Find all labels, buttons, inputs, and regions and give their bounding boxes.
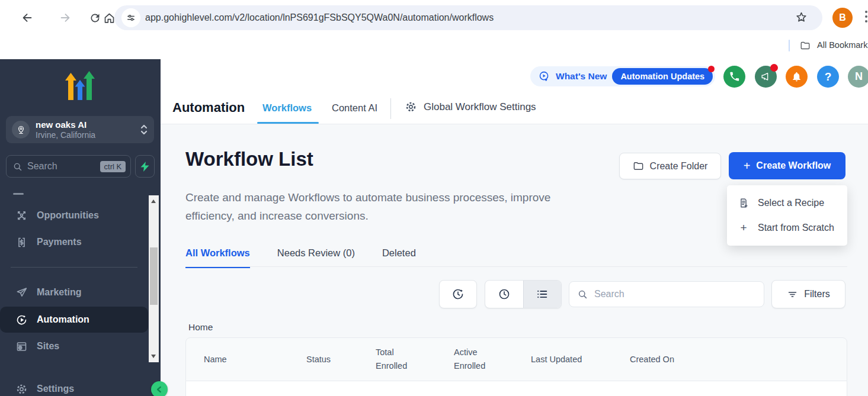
sidebar-item-label: Marketing [37,287,82,298]
browser-forward-icon[interactable] [55,7,76,28]
location-pin-icon [12,121,30,139]
sidebar-collapse-button[interactable] [151,381,168,396]
time-view-toggle[interactable] [485,281,523,308]
header-divider [390,98,391,119]
partial-menu-item [13,193,24,195]
filters-button[interactable]: Filters [771,280,845,308]
scrollbar-down-arrow[interactable] [151,355,156,358]
automation-updates-badge[interactable]: Automation Updates [612,68,713,85]
workflow-search [569,281,764,307]
execution-history-button[interactable] [439,280,477,308]
sidebar-item-settings[interactable]: Settings [0,376,148,396]
menu-item-start-from-scratch[interactable]: + Start from Scratch [727,215,847,240]
create-folder-button[interactable]: Create Folder [619,153,721,179]
tab-needs-review[interactable]: Needs Review (0) [277,247,355,268]
search-icon [577,289,588,300]
marketing-icon [15,286,28,299]
url-text: app.gohighlevel.com/v2/location/lnPS691g… [145,5,494,30]
site-settings-icon[interactable] [121,8,140,27]
tab-workflows[interactable]: Workflows [262,102,312,114]
tab-all-workflows[interactable]: All Workflows [185,247,250,268]
sidebar-item-sites[interactable]: Sites [0,333,148,359]
question-mark-icon: ? [825,70,832,83]
folder-icon [633,160,644,172]
help-button[interactable]: ? [817,66,839,88]
phone-icon [729,71,740,82]
sidebar-scrollbar[interactable] [149,195,159,362]
folder-icon [800,40,811,51]
clock-history-icon [451,288,465,301]
clock-icon [498,288,511,301]
sidebar-search-input[interactable]: Search ctrl K [6,155,131,178]
sidebar-item-label: Opportunities [37,210,99,221]
phone-button[interactable] [723,66,745,88]
create-workflow-menu: Select a Recipe + Start from Scratch [727,185,847,246]
whats-new-pill[interactable]: What's New Automation Updates [530,66,715,86]
table-body [185,381,847,396]
page-title: Automation [172,100,245,115]
column-header-created-on: Created On [630,355,847,364]
browser-toolbar: app.gohighlevel.com/v2/location/lnPS691g… [0,0,868,37]
notification-dot [708,66,715,72]
all-bookmarks-label[interactable]: All Bookmarks [817,40,868,50]
search-shortcut-badge: ctrl K [100,161,126,172]
column-header-total-enrolled: Total Enrolled [376,346,454,373]
filter-lines-icon [787,289,798,300]
list-icon [536,288,549,301]
chevron-left-icon [155,385,164,394]
tab-deleted[interactable]: Deleted [382,247,416,268]
location-switcher[interactable]: new oaks AI Irvine, California [6,116,154,143]
sidebar-item-payments[interactable]: Payments [0,229,148,255]
announcements-button[interactable] [755,66,777,88]
tab-content-ai[interactable]: Content AI [332,102,377,114]
sidebar-item-label: Settings [37,384,74,394]
gear-icon [405,101,417,113]
notification-dot [770,64,778,72]
user-avatar[interactable]: N [848,66,868,88]
active-tab-underline [257,122,319,124]
browser-profile-avatar[interactable]: B [832,8,853,28]
workflow-search-input[interactable] [569,281,764,307]
column-header-name: Name [186,355,306,364]
workflow-table: Name Status Total Enrolled Active Enroll… [185,337,847,396]
url-bar[interactable]: app.gohighlevel.com/v2/location/lnPS691g… [114,5,822,30]
table-header-row: Name Status Total Enrolled Active Enroll… [185,337,847,381]
plus-icon: + [744,160,751,172]
lightning-bolt-icon [140,162,149,172]
quick-actions-button[interactable] [135,155,155,178]
global-workflow-settings-link[interactable]: Global Workflow Settings [405,101,536,113]
sidebar-item-automation[interactable]: Automation [0,307,148,333]
view-toggle [485,280,562,308]
settings-gear-icon [15,382,28,395]
payments-icon [15,236,28,249]
sites-icon [15,340,28,353]
bookmark-star-icon[interactable] [795,11,808,24]
browser-back-icon[interactable] [17,7,38,28]
sidebar-divider [11,267,137,268]
scrollbar-thumb[interactable] [150,247,158,305]
recipe-icon [738,198,750,208]
sidebar: new oaks AI Irvine, California Search ct… [0,59,161,396]
avatar-initial: N [855,70,863,83]
menu-item-select-recipe[interactable]: Select a Recipe [727,191,847,215]
sidebar-item-marketing[interactable]: Marketing [0,279,148,305]
location-name: new oaks AI [36,120,140,130]
chevron-up-down-icon [140,123,148,136]
scrollbar-up-arrow[interactable] [151,199,156,203]
workflow-list-description: Create and manage Workflows to automate … [185,188,600,225]
list-view-toggle[interactable] [523,281,562,308]
sidebar-item-opportunities[interactable]: Opportunities [0,202,148,228]
workflow-tabs: All Workflows Needs Review (0) Deleted [185,247,416,268]
opportunities-icon [15,209,28,222]
browser-menu-icon[interactable] [864,11,868,25]
breadcrumb-home[interactable]: Home [188,322,213,333]
notifications-button[interactable] [786,66,808,88]
location-city: Irvine, California [36,130,140,140]
column-header-last-updated: Last Updated [531,355,630,364]
gohighlevel-logo-icon [65,71,95,102]
tabs-bottom-border [185,266,847,267]
sidebar-item-label: Automation [37,314,89,325]
create-workflow-button[interactable]: + Create Workflow [729,152,845,179]
app-header: Automation Workflows Content AI Global W… [161,59,868,124]
workflow-list-title: Workflow List [185,148,313,170]
